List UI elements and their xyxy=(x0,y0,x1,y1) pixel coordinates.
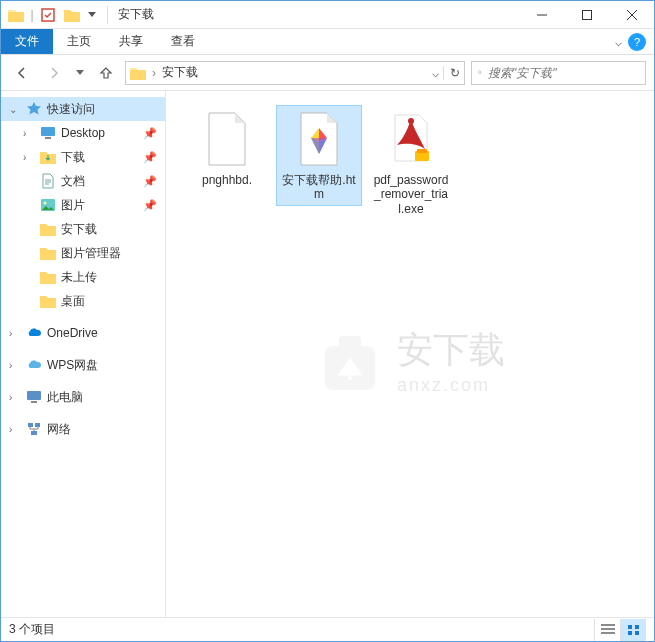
sidebar-item-downloads[interactable]: › 下载 📌 xyxy=(1,145,165,169)
details-view-button[interactable] xyxy=(594,619,620,641)
sidebar-network[interactable]: › 网络 xyxy=(1,417,165,441)
svg-rect-9 xyxy=(28,423,33,427)
file-item[interactable]: pdf_password_remover_trial.exe xyxy=(368,105,454,220)
chevron-right-icon[interactable]: › xyxy=(23,152,35,163)
search-box[interactable] xyxy=(471,61,646,85)
sidebar-item-label: OneDrive xyxy=(47,326,98,340)
close-button[interactable] xyxy=(609,1,654,29)
desktop-icon xyxy=(39,124,57,142)
chevron-right-icon[interactable]: › xyxy=(9,392,21,403)
chevron-down-icon[interactable]: ⌄ xyxy=(9,104,21,115)
svg-rect-11 xyxy=(31,431,37,435)
svg-rect-18 xyxy=(628,625,632,629)
qat-dropdown-icon[interactable] xyxy=(85,4,99,26)
sidebar-wps[interactable]: › WPS网盘 xyxy=(1,353,165,377)
svg-rect-8 xyxy=(31,401,37,403)
sidebar-item-label: 下载 xyxy=(61,149,85,166)
watermark-sub: anxz.com xyxy=(397,375,505,396)
sidebar-item-label: 图片管理器 xyxy=(61,245,121,262)
folder-icon xyxy=(39,292,57,310)
tab-home[interactable]: 主页 xyxy=(53,29,105,54)
folder-icon xyxy=(39,220,57,238)
chevron-right-icon[interactable]: › xyxy=(23,128,35,139)
tab-share[interactable]: 共享 xyxy=(105,29,157,54)
file-item[interactable]: pnghhbd. xyxy=(184,105,270,191)
documents-icon xyxy=(39,172,57,190)
sidebar-item-folder[interactable]: 图片管理器 xyxy=(1,241,165,265)
svg-rect-21 xyxy=(635,631,639,635)
chevron-right-icon[interactable]: › xyxy=(9,328,21,339)
up-button[interactable] xyxy=(93,60,119,86)
sidebar-item-folder[interactable]: 安下载 xyxy=(1,217,165,241)
body-area: ⌄ 快速访问 › Desktop 📌 › 下载 📌 文档 📌 图片 📌 xyxy=(1,91,654,617)
sidebar-this-pc[interactable]: › 此电脑 xyxy=(1,385,165,409)
svg-rect-16 xyxy=(325,346,375,390)
quick-access-toolbar: | xyxy=(1,4,103,26)
sidebar-item-label: 此电脑 xyxy=(47,389,83,406)
qat-folder-icon[interactable] xyxy=(5,4,27,26)
file-name: pdf_password_remover_trial.exe xyxy=(372,173,450,216)
sidebar-item-label: 桌面 xyxy=(61,293,85,310)
sidebar-item-label: 文档 xyxy=(61,173,85,190)
search-input[interactable] xyxy=(488,66,639,80)
file-list-pane[interactable]: pnghhbd. 安下载帮助.htm pdf_password_remover_… xyxy=(166,91,654,617)
navigation-pane: ⌄ 快速访问 › Desktop 📌 › 下载 📌 文档 📌 图片 📌 xyxy=(1,91,166,617)
sidebar-item-label: 快速访问 xyxy=(47,101,95,118)
separator xyxy=(107,6,108,24)
downloads-icon xyxy=(39,148,57,166)
tab-file[interactable]: 文件 xyxy=(1,29,53,54)
svg-rect-17 xyxy=(339,336,361,352)
watermark-main: 安下载 xyxy=(397,326,505,375)
refresh-icon[interactable]: ↻ xyxy=(443,66,460,80)
icons-view-button[interactable] xyxy=(620,619,646,641)
chevron-right-icon[interactable]: › xyxy=(9,360,21,371)
qat-properties-icon[interactable] xyxy=(37,4,59,26)
chevron-right-icon[interactable]: › xyxy=(152,66,156,80)
folder-icon xyxy=(130,66,146,80)
forward-button[interactable] xyxy=(41,60,67,86)
sidebar-item-folder[interactable]: 未上传 xyxy=(1,265,165,289)
address-dropdown-icon[interactable]: ⌵ xyxy=(432,66,439,80)
recent-dropdown-icon[interactable] xyxy=(73,60,87,86)
svg-rect-19 xyxy=(635,625,639,629)
status-text: 3 个项目 xyxy=(9,621,55,638)
maximize-button[interactable] xyxy=(564,1,609,29)
breadcrumb-item[interactable]: 安下载 xyxy=(162,64,198,81)
sidebar-quick-access[interactable]: ⌄ 快速访问 xyxy=(1,97,165,121)
back-button[interactable] xyxy=(9,60,35,86)
blank-file-icon xyxy=(200,109,254,169)
sidebar-item-label: Desktop xyxy=(61,126,105,140)
address-bar[interactable]: › 安下载 ⌵ ↻ xyxy=(125,61,465,85)
window-title: 安下载 xyxy=(118,6,154,23)
title-bar: | 安下载 xyxy=(1,1,654,29)
help-icon[interactable]: ? xyxy=(628,33,646,51)
star-icon xyxy=(25,100,43,118)
sidebar-onedrive[interactable]: › OneDrive xyxy=(1,321,165,345)
sidebar-item-documents[interactable]: 文档 📌 xyxy=(1,169,165,193)
svg-point-2 xyxy=(478,71,480,73)
pin-icon: 📌 xyxy=(143,151,157,164)
tab-view[interactable]: 查看 xyxy=(157,29,209,54)
window-controls xyxy=(519,1,654,29)
file-item[interactable]: 安下载帮助.htm xyxy=(276,105,362,206)
pin-icon: 📌 xyxy=(143,199,157,212)
svg-point-13 xyxy=(408,118,414,124)
network-icon xyxy=(25,420,43,438)
sidebar-item-desktop[interactable]: › Desktop 📌 xyxy=(1,121,165,145)
qat-divider: | xyxy=(29,4,35,26)
pdf-exe-icon xyxy=(384,109,438,169)
sidebar-item-folder[interactable]: 桌面 xyxy=(1,289,165,313)
sidebar-item-label: 未上传 xyxy=(61,269,97,286)
chevron-right-icon[interactable]: › xyxy=(9,424,21,435)
onedrive-icon xyxy=(25,324,43,342)
svg-rect-3 xyxy=(41,127,55,136)
ribbon-expand-icon[interactable]: ⌵ xyxy=(615,35,622,49)
cloud-icon xyxy=(25,356,43,374)
qat-new-folder-icon[interactable] xyxy=(61,4,83,26)
folder-icon xyxy=(39,268,57,286)
minimize-button[interactable] xyxy=(519,1,564,29)
sidebar-item-label: WPS网盘 xyxy=(47,357,98,374)
pictures-icon xyxy=(39,196,57,214)
sidebar-item-label: 安下载 xyxy=(61,221,97,238)
sidebar-item-pictures[interactable]: 图片 📌 xyxy=(1,193,165,217)
